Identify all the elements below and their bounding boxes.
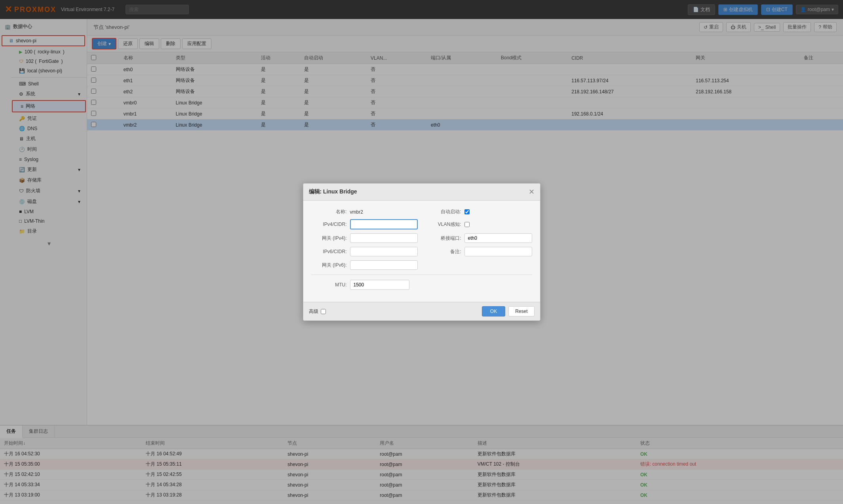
modal-vlan-group: VLAN感知:	[426, 219, 532, 229]
modal-ipv6-group: IPv6/CIDR:	[311, 247, 418, 256]
name-label: 名称:	[311, 208, 347, 215]
modal-title: 编辑: Linux Bridge	[309, 188, 357, 195]
vlan-checkbox[interactable]	[464, 222, 470, 227]
ipv6-input[interactable]	[350, 247, 418, 256]
modal-ipv4-group: IPv4/CIDR:	[311, 219, 418, 229]
modal-row-1: 名称: vmbr2 自动启动:	[311, 208, 532, 215]
advanced-checkbox[interactable]	[321, 309, 326, 314]
autostart-checkbox[interactable]	[464, 209, 470, 214]
modal-footer-left: 高级	[309, 308, 326, 315]
mtu-label: MTU:	[311, 282, 347, 288]
mtu-field: ▲ ▼	[350, 280, 409, 290]
modal-body: 名称: vmbr2 自动启动: IPv4/CIDR: VLAN感知:	[303, 201, 540, 302]
modal-bridge-group: 桥接端口:	[426, 233, 532, 243]
ipv4-label: IPv4/CIDR:	[311, 222, 347, 227]
modal-footer: 高级 OK Reset	[303, 302, 540, 320]
modal-gw6-group: 网关 (IPv6):	[311, 260, 418, 270]
reset-button[interactable]: Reset	[508, 306, 534, 316]
ipv6-label: IPv6/CIDR:	[311, 249, 347, 254]
bridge-ports-input[interactable]	[464, 233, 532, 243]
gw6-input[interactable]	[350, 260, 418, 270]
modal-row-2: IPv4/CIDR: VLAN感知:	[311, 219, 532, 229]
note-label: 备注:	[426, 248, 461, 255]
mtu-input[interactable]	[350, 280, 409, 289]
modal-row-5-right	[426, 260, 532, 270]
ipv4-input[interactable]	[350, 219, 418, 229]
gw6-label: 网关 (IPv6):	[311, 262, 347, 269]
modal-header: 编辑: Linux Bridge ✕	[303, 184, 540, 201]
modal-row-4: IPv6/CIDR: 备注:	[311, 247, 532, 256]
bridge-label: 桥接端口:	[426, 235, 461, 242]
gw4-label: 网关 (IPv4):	[311, 235, 347, 242]
modal-note-group: 备注:	[426, 247, 532, 256]
modal-close-button[interactable]: ✕	[529, 188, 535, 196]
modal-dialog: 编辑: Linux Bridge ✕ 名称: vmbr2 自动启动: IPv4/…	[303, 183, 540, 321]
gw4-input[interactable]	[350, 233, 418, 243]
note-input[interactable]	[464, 247, 532, 256]
modal-mtu-row: MTU: ▲ ▼	[311, 280, 532, 290]
modal-row-3: 网关 (IPv4): 桥接端口:	[311, 233, 532, 243]
modal-row-5: 网关 (IPv6):	[311, 260, 532, 270]
modal-overlay[interactable]: 编辑: Linux Bridge ✕ 名称: vmbr2 自动启动: IPv4/…	[0, 0, 843, 504]
modal-name-group: 名称: vmbr2	[311, 208, 418, 215]
vlan-label: VLAN感知:	[426, 221, 461, 228]
modal-divider	[311, 275, 532, 275]
autostart-label: 自动启动:	[426, 208, 461, 215]
modal-autostart-group: 自动启动:	[426, 208, 532, 215]
ok-button[interactable]: OK	[482, 306, 505, 316]
modal-gw4-group: 网关 (IPv4):	[311, 233, 418, 243]
name-value: vmbr2	[350, 209, 363, 215]
